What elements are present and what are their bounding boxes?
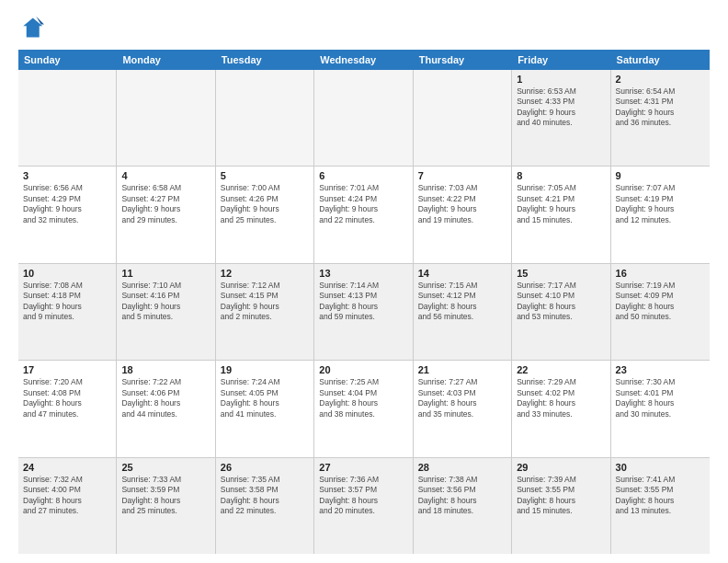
logo (18, 15, 48, 40)
day-info: Sunrise: 7:08 AM Sunset: 4:18 PM Dayligh… (23, 281, 111, 323)
day-number: 20 (319, 364, 407, 375)
logo-icon (18, 15, 44, 40)
day-number: 1 (517, 74, 605, 85)
day-info: Sunrise: 7:39 AM Sunset: 3:55 PM Dayligh… (517, 475, 605, 517)
day-number: 3 (23, 170, 111, 181)
header-day-wednesday: Wednesday (314, 50, 413, 70)
calendar-cell: 3Sunrise: 6:56 AM Sunset: 4:29 PM Daylig… (18, 167, 117, 262)
calendar-cell: 13Sunrise: 7:14 AM Sunset: 4:13 PM Dayli… (314, 264, 413, 360)
calendar-cell: 20Sunrise: 7:25 AM Sunset: 4:04 PM Dayli… (314, 361, 413, 456)
header-day-thursday: Thursday (414, 50, 512, 70)
day-number: 24 (23, 462, 111, 473)
calendar-cell: 24Sunrise: 7:32 AM Sunset: 4:00 PM Dayli… (18, 458, 117, 554)
day-info: Sunrise: 7:01 AM Sunset: 4:24 PM Dayligh… (319, 183, 407, 225)
day-info: Sunrise: 7:10 AM Sunset: 4:16 PM Dayligh… (121, 281, 210, 323)
day-info: Sunrise: 6:53 AM Sunset: 4:33 PM Dayligh… (517, 86, 605, 129)
day-info: Sunrise: 7:41 AM Sunset: 3:55 PM Dayligh… (616, 475, 705, 517)
calendar-week-1: 1Sunrise: 6:53 AM Sunset: 4:33 PM Daylig… (18, 70, 710, 167)
calendar: SundayMondayTuesdayWednesdayThursdayFrid… (18, 50, 710, 554)
calendar-cell (216, 70, 314, 166)
calendar-cell: 10Sunrise: 7:08 AM Sunset: 4:18 PM Dayli… (18, 264, 117, 360)
calendar-cell: 6Sunrise: 7:01 AM Sunset: 4:24 PM Daylig… (314, 167, 413, 262)
header (18, 15, 710, 40)
calendar-cell: 16Sunrise: 7:19 AM Sunset: 4:09 PM Dayli… (611, 264, 710, 360)
day-info: Sunrise: 7:20 AM Sunset: 4:08 PM Dayligh… (23, 377, 111, 419)
day-info: Sunrise: 7:29 AM Sunset: 4:02 PM Dayligh… (517, 377, 605, 419)
calendar-header: SundayMondayTuesdayWednesdayThursdayFrid… (18, 50, 710, 70)
day-number: 27 (319, 462, 407, 473)
day-info: Sunrise: 7:27 AM Sunset: 4:03 PM Dayligh… (418, 377, 506, 419)
day-number: 8 (517, 170, 605, 181)
day-number: 11 (121, 268, 210, 279)
calendar-cell: 8Sunrise: 7:05 AM Sunset: 4:21 PM Daylig… (512, 167, 610, 262)
calendar-cell: 7Sunrise: 7:03 AM Sunset: 4:22 PM Daylig… (414, 167, 512, 262)
day-info: Sunrise: 7:35 AM Sunset: 3:58 PM Dayligh… (221, 475, 309, 517)
calendar-cell: 4Sunrise: 6:58 AM Sunset: 4:27 PM Daylig… (117, 167, 215, 262)
day-info: Sunrise: 7:33 AM Sunset: 3:59 PM Dayligh… (121, 475, 210, 517)
day-number: 7 (418, 170, 506, 181)
calendar-cell: 22Sunrise: 7:29 AM Sunset: 4:02 PM Dayli… (512, 361, 610, 456)
day-number: 2 (616, 74, 705, 85)
calendar-cell: 23Sunrise: 7:30 AM Sunset: 4:01 PM Dayli… (611, 361, 710, 456)
day-number: 4 (121, 170, 210, 181)
day-number: 13 (319, 268, 407, 279)
day-info: Sunrise: 7:14 AM Sunset: 4:13 PM Dayligh… (319, 281, 407, 323)
day-number: 30 (616, 462, 705, 473)
calendar-week-3: 10Sunrise: 7:08 AM Sunset: 4:18 PM Dayli… (18, 264, 710, 361)
day-number: 19 (221, 364, 309, 375)
day-number: 10 (23, 268, 111, 279)
day-info: Sunrise: 7:07 AM Sunset: 4:19 PM Dayligh… (616, 183, 705, 225)
calendar-week-2: 3Sunrise: 6:56 AM Sunset: 4:29 PM Daylig… (18, 167, 710, 263)
day-number: 22 (517, 364, 605, 375)
calendar-cell: 19Sunrise: 7:24 AM Sunset: 4:05 PM Dayli… (216, 361, 314, 456)
day-info: Sunrise: 7:03 AM Sunset: 4:22 PM Dayligh… (418, 183, 506, 225)
calendar-cell: 18Sunrise: 7:22 AM Sunset: 4:06 PM Dayli… (117, 361, 215, 456)
calendar-cell (314, 70, 413, 166)
day-number: 15 (517, 268, 605, 279)
calendar-cell: 26Sunrise: 7:35 AM Sunset: 3:58 PM Dayli… (216, 458, 314, 554)
day-info: Sunrise: 7:38 AM Sunset: 3:56 PM Dayligh… (418, 475, 506, 517)
day-number: 23 (616, 364, 705, 375)
day-info: Sunrise: 7:25 AM Sunset: 4:04 PM Dayligh… (319, 377, 407, 419)
calendar-cell: 29Sunrise: 7:39 AM Sunset: 3:55 PM Dayli… (512, 458, 610, 554)
day-number: 6 (319, 170, 407, 181)
page: SundayMondayTuesdayWednesdayThursdayFrid… (0, 0, 728, 563)
calendar-cell: 12Sunrise: 7:12 AM Sunset: 4:15 PM Dayli… (216, 264, 314, 360)
calendar-cell: 14Sunrise: 7:15 AM Sunset: 4:12 PM Dayli… (414, 264, 512, 360)
calendar-week-5: 24Sunrise: 7:32 AM Sunset: 4:00 PM Dayli… (18, 458, 710, 554)
day-info: Sunrise: 7:22 AM Sunset: 4:06 PM Dayligh… (121, 377, 210, 419)
calendar-cell (117, 70, 215, 166)
day-number: 29 (517, 462, 605, 473)
day-info: Sunrise: 7:15 AM Sunset: 4:12 PM Dayligh… (418, 281, 506, 323)
calendar-cell: 28Sunrise: 7:38 AM Sunset: 3:56 PM Dayli… (414, 458, 512, 554)
day-info: Sunrise: 7:12 AM Sunset: 4:15 PM Dayligh… (221, 281, 309, 323)
calendar-cell: 30Sunrise: 7:41 AM Sunset: 3:55 PM Dayli… (611, 458, 710, 554)
day-number: 12 (221, 268, 309, 279)
day-info: Sunrise: 6:56 AM Sunset: 4:29 PM Dayligh… (23, 183, 111, 225)
calendar-cell: 25Sunrise: 7:33 AM Sunset: 3:59 PM Dayli… (117, 458, 215, 554)
calendar-body: 1Sunrise: 6:53 AM Sunset: 4:33 PM Daylig… (18, 70, 710, 554)
day-info: Sunrise: 7:17 AM Sunset: 4:10 PM Dayligh… (517, 281, 605, 323)
day-info: Sunrise: 7:30 AM Sunset: 4:01 PM Dayligh… (616, 377, 705, 419)
day-info: Sunrise: 7:32 AM Sunset: 4:00 PM Dayligh… (23, 475, 111, 517)
calendar-week-4: 17Sunrise: 7:20 AM Sunset: 4:08 PM Dayli… (18, 361, 710, 457)
day-info: Sunrise: 7:05 AM Sunset: 4:21 PM Dayligh… (517, 183, 605, 225)
day-number: 21 (418, 364, 506, 375)
day-number: 26 (221, 462, 309, 473)
day-info: Sunrise: 7:36 AM Sunset: 3:57 PM Dayligh… (319, 475, 407, 517)
calendar-cell: 15Sunrise: 7:17 AM Sunset: 4:10 PM Dayli… (512, 264, 610, 360)
day-number: 16 (616, 268, 705, 279)
day-number: 18 (121, 364, 210, 375)
calendar-cell: 9Sunrise: 7:07 AM Sunset: 4:19 PM Daylig… (611, 167, 710, 262)
day-number: 28 (418, 462, 506, 473)
header-day-friday: Friday (512, 50, 610, 70)
day-info: Sunrise: 7:19 AM Sunset: 4:09 PM Dayligh… (616, 281, 705, 323)
calendar-cell: 2Sunrise: 6:54 AM Sunset: 4:31 PM Daylig… (611, 70, 710, 166)
day-info: Sunrise: 7:24 AM Sunset: 4:05 PM Dayligh… (221, 377, 309, 419)
calendar-cell: 21Sunrise: 7:27 AM Sunset: 4:03 PM Dayli… (414, 361, 512, 456)
header-day-sunday: Sunday (18, 50, 117, 70)
header-day-monday: Monday (117, 50, 215, 70)
calendar-cell: 1Sunrise: 6:53 AM Sunset: 4:33 PM Daylig… (512, 70, 610, 166)
calendar-cell: 5Sunrise: 7:00 AM Sunset: 4:26 PM Daylig… (216, 167, 314, 262)
day-number: 14 (418, 268, 506, 279)
